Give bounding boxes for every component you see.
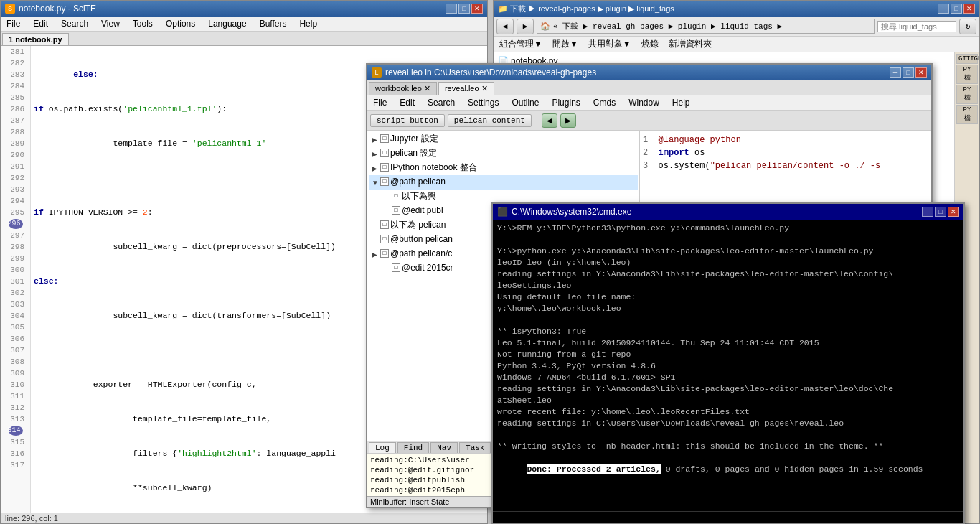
leo-tab-task[interactable]: Task bbox=[459, 442, 491, 453]
tree-node-icon-8: □ bbox=[380, 235, 389, 243]
line-284: 284 bbox=[4, 80, 27, 92]
cmd-line-10: Python 3.4.3, PyQt version 4.8.6 bbox=[497, 360, 959, 372]
leo-forward-btn[interactable]: ▶ bbox=[560, 113, 576, 128]
leo-titlebar: L reveal.leo in C:\Users\user\Downloads\… bbox=[367, 65, 931, 80]
menu-language[interactable]: Language bbox=[205, 18, 249, 29]
leo-tree-item-jupyter[interactable]: ▶ □ Jupyter 設定 bbox=[369, 132, 638, 146]
line-314: 314 bbox=[9, 426, 23, 436]
search-input[interactable] bbox=[881, 22, 953, 31]
leo-tab-workbook[interactable]: workbook.leo ✕ bbox=[369, 82, 437, 95]
line-306: 306 bbox=[4, 333, 27, 345]
leo-script-button[interactable]: script-button bbox=[370, 114, 445, 127]
line-287: 287 bbox=[4, 115, 27, 126]
cmd-maximize-btn[interactable]: □ bbox=[935, 207, 946, 217]
menu-help[interactable]: Help bbox=[296, 18, 320, 29]
cmd-line-16: ** Writing styles to _nb_header.html: th… bbox=[497, 441, 959, 452]
line-282: 282 bbox=[4, 57, 27, 69]
line-300: 300 bbox=[4, 264, 27, 276]
leo-menu-window[interactable]: Window bbox=[626, 97, 662, 108]
leo-tree-item-yixia[interactable]: □ 以下為輿 bbox=[369, 190, 638, 204]
line-299: 299 bbox=[4, 253, 27, 264]
line-283: 283 bbox=[4, 69, 27, 80]
leo-maximize-btn[interactable]: □ bbox=[903, 67, 914, 78]
leo-menu-help[interactable]: Help bbox=[669, 97, 693, 108]
cmd-line-blank3 bbox=[497, 429, 959, 441]
leo-tree-item-pelican-settings[interactable]: ▶ □ pelican 設定 bbox=[369, 146, 638, 161]
line-313: 313 bbox=[4, 413, 27, 425]
cmd-close-btn[interactable]: ✕ bbox=[948, 207, 959, 217]
cmd-titlebar: ⬛ C:\Windows\system32\cmd.exe ─ □ ✕ bbox=[493, 204, 963, 220]
leo-close-btn[interactable]: ✕ bbox=[915, 67, 927, 78]
line-312: 312 bbox=[4, 402, 27, 413]
leo-menu-file[interactable]: File bbox=[370, 97, 390, 108]
line-292: 292 bbox=[4, 172, 27, 184]
scite-titlebar: S notebook.py - SciTE ─ □ ✕ bbox=[1, 1, 487, 17]
cmd-statusbar bbox=[493, 511, 963, 523]
menu-tools[interactable]: Tools bbox=[130, 18, 156, 29]
cmd-line-13: atSheet.leo bbox=[497, 395, 959, 406]
menu-search[interactable]: Search bbox=[58, 18, 91, 29]
tree-collapse-icon: ▶ bbox=[372, 134, 379, 146]
cmd-line-3: reading settings in Y:\Anaconda3\Lib\sit… bbox=[497, 268, 959, 280]
scite-minimize-btn[interactable]: ─ bbox=[446, 4, 457, 14]
back-btn[interactable]: ◀ bbox=[496, 19, 514, 34]
leo-menu-search[interactable]: Search bbox=[425, 97, 458, 108]
line-285: 285 bbox=[4, 92, 27, 103]
menu-view[interactable]: View bbox=[98, 18, 123, 29]
line-309: 309 bbox=[4, 368, 27, 379]
refresh-btn[interactable]: ↻ bbox=[959, 19, 976, 34]
leo-minimize-btn[interactable]: ─ bbox=[890, 67, 901, 78]
cmd-line-8: Leo 5.1-final, build 20150924110144. Thu… bbox=[497, 337, 959, 349]
menu-file[interactable]: File bbox=[4, 18, 23, 29]
line-296: 296 bbox=[9, 219, 23, 229]
menu-organize[interactable]: 組合管理▼ bbox=[496, 37, 545, 51]
tree-leaf-icon-3 bbox=[372, 220, 379, 232]
scite-close-btn[interactable]: ✕ bbox=[471, 4, 483, 14]
scite-maximize-btn[interactable]: □ bbox=[458, 4, 470, 14]
cmd-console: Y:\>REM y:\IDE\Python33\python.exe y:\co… bbox=[493, 220, 963, 511]
line-311: 311 bbox=[4, 390, 27, 402]
leo-menu-plugins[interactable]: Plugins bbox=[549, 97, 583, 108]
leo-tab-log[interactable]: Log bbox=[369, 442, 396, 453]
menu-share[interactable]: 共用對象▼ bbox=[585, 37, 634, 51]
cmd-line-4: leoSettings.leo bbox=[497, 280, 959, 291]
leo-pelican-button[interactable]: pelican-content bbox=[448, 114, 532, 127]
line-297: 297 bbox=[4, 230, 27, 241]
line-291: 291 bbox=[4, 161, 27, 172]
browser-title: 📁 下載 ▶ reveal-gh-pages ▶ plugin ▶ liquid… bbox=[498, 4, 674, 14]
leo-back-btn[interactable]: ◀ bbox=[542, 113, 557, 128]
line-310: 310 bbox=[4, 379, 27, 390]
leo-menu-settings[interactable]: Settings bbox=[465, 97, 501, 108]
menu-burn[interactable]: 燒錄 bbox=[639, 37, 661, 51]
leo-menu-outline[interactable]: Outline bbox=[509, 97, 542, 108]
cmd-line-blank1 bbox=[497, 234, 959, 245]
leo-tab-nav[interactable]: Nav bbox=[430, 442, 458, 453]
menu-new-folder[interactable]: 新增資料夾 bbox=[666, 37, 715, 51]
scite-tab-bar: 1 notebook.py bbox=[1, 32, 487, 46]
scite-title: notebook.py - SciTE bbox=[19, 4, 96, 14]
leo-tab-find[interactable]: Find bbox=[397, 442, 429, 453]
leo-menu-edit[interactable]: Edit bbox=[397, 97, 418, 108]
line-305: 305 bbox=[4, 322, 27, 333]
leo-tree-item-atpath[interactable]: ▼ □ @path pelican bbox=[369, 175, 638, 190]
menu-buffers[interactable]: Buffers bbox=[257, 18, 290, 29]
leo-menu-cmds[interactable]: Cmds bbox=[590, 97, 618, 108]
cmd-window: ⬛ C:\Windows\system32\cmd.exe ─ □ ✕ Y:\>… bbox=[491, 202, 965, 524]
line-301: 301 bbox=[4, 276, 27, 287]
menu-edit[interactable]: Edit bbox=[30, 18, 51, 29]
browser-minimize-btn[interactable]: ─ bbox=[938, 4, 949, 14]
browser-maximize-btn[interactable]: □ bbox=[951, 4, 962, 14]
menu-open[interactable]: 開啟▼ bbox=[550, 37, 581, 51]
line-295: 295 bbox=[4, 207, 27, 218]
leo-tree-item-ipython[interactable]: ▶ □ IPython notebook 整合 bbox=[369, 161, 638, 175]
line-316: 316 bbox=[4, 448, 27, 459]
scite-tab-notebook[interactable]: 1 notebook.py bbox=[2, 33, 69, 45]
leo-tab-reveal[interactable]: reveal.leo ✕ bbox=[438, 82, 494, 95]
menu-options[interactable]: Options bbox=[163, 18, 198, 29]
tree-leaf-icon-2 bbox=[383, 206, 390, 217]
cmd-minimize-btn[interactable]: ─ bbox=[922, 207, 933, 217]
cmd-line-1: Y:\>python.exe y:\Anaconda3\Lib\site-pac… bbox=[497, 245, 959, 257]
forward-btn[interactable]: ▶ bbox=[517, 19, 534, 34]
browser-close-btn[interactable]: ✕ bbox=[963, 4, 975, 14]
line-317: 317 bbox=[4, 459, 27, 471]
